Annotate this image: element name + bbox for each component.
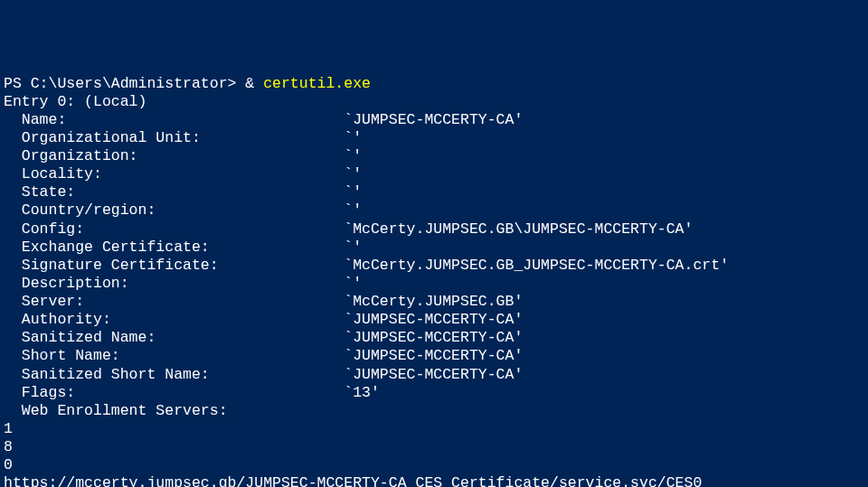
- tail-line: https://mccerty.jumpsec.gb/JUMPSEC-MCCER…: [4, 474, 864, 487]
- entry-row: Name: `JUMPSEC-MCCERTY-CA': [4, 111, 864, 129]
- entry-row: Signature Certificate: `McCerty.JUMPSEC.…: [4, 257, 864, 275]
- entry-row: Country/region: `': [4, 201, 864, 220]
- entry-row: Organizational Unit: `': [4, 129, 864, 147]
- tail-lines: 180https://mccerty.jumpsec.gb/JUMPSEC-MC…: [4, 420, 864, 487]
- entry-row: Authority: `JUMPSEC-MCCERTY-CA': [4, 311, 864, 329]
- terminal-output[interactable]: PS C:\Users\Administrator> & certutil.ex…: [4, 75, 864, 488]
- amp-operator: &: [245, 75, 263, 92]
- entry-row: State: `': [4, 183, 864, 201]
- entry-row: Locality: `': [4, 165, 864, 183]
- entry-header: Entry 0: (Local): [4, 93, 864, 111]
- entry-row: Config: `McCerty.JUMPSEC.GB\JUMPSEC-MCCE…: [4, 220, 864, 239]
- tail-line: 0: [4, 456, 864, 474]
- entry-row: Description: `': [4, 275, 864, 293]
- ps-prompt: PS C:\Users\Administrator>: [4, 75, 245, 92]
- tail-line: 1: [4, 420, 864, 438]
- command-line: PS C:\Users\Administrator> & certutil.ex…: [4, 75, 864, 93]
- command-text: certutil.exe: [263, 75, 371, 92]
- entry-row: Flags: `13': [4, 384, 864, 402]
- entry-row: Server: `McCerty.JUMPSEC.GB': [4, 293, 864, 311]
- entry-row: Web Enrollment Servers:: [4, 402, 864, 420]
- tail-line: 8: [4, 438, 864, 456]
- entry-row: Organization: `': [4, 147, 864, 165]
- entry-row: Sanitized Name: `JUMPSEC-MCCERTY-CA': [4, 329, 864, 347]
- entry-row: Exchange Certificate: `': [4, 239, 864, 257]
- entry-rows: Name: `JUMPSEC-MCCERTY-CA' Organizationa…: [4, 111, 864, 420]
- entry-row: Sanitized Short Name: `JUMPSEC-MCCERTY-C…: [4, 366, 864, 384]
- entry-row: Short Name: `JUMPSEC-MCCERTY-CA': [4, 347, 864, 365]
